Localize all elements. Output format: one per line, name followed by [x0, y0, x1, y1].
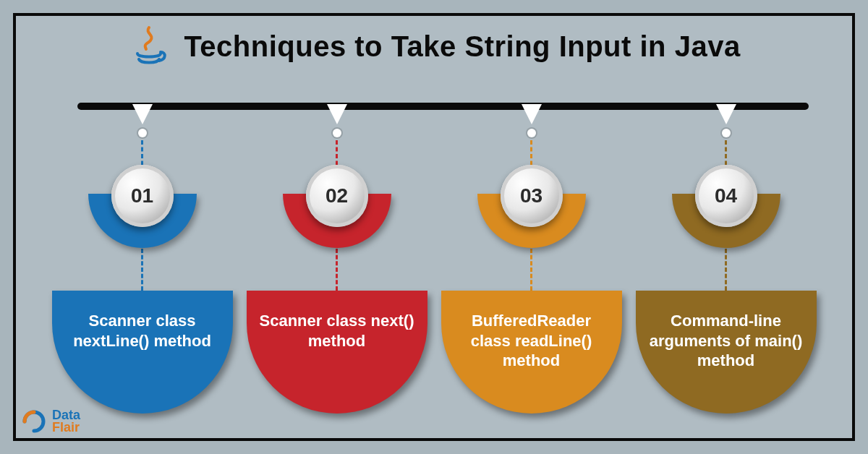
- brand-mark-icon: [20, 408, 48, 435]
- number-disc-icon: 04: [695, 165, 757, 227]
- page-title: Techniques to Take String Input in Java: [184, 30, 740, 63]
- number-disc-icon: 02: [306, 165, 368, 227]
- item-number: 03: [520, 184, 542, 207]
- item-label-shape: BufferedReader class readLine() method: [441, 291, 622, 414]
- connector-dot-icon: [527, 129, 536, 137]
- item-label: Command-line arguments of main() method: [636, 311, 817, 371]
- item-number: 01: [131, 184, 153, 207]
- item-label-shape: Command-line arguments of main() method: [636, 291, 817, 414]
- technique-item-4: 04 Command-line arguments of main() meth…: [636, 103, 817, 428]
- connector-drop-icon: [132, 104, 153, 124]
- number-badge: 03: [477, 172, 586, 250]
- connector-dot-icon: [138, 129, 147, 137]
- number-badge: 04: [672, 172, 780, 250]
- connector-dot-icon: [722, 129, 731, 137]
- columns: 01 Scanner class nextLine() method 02 Sc…: [45, 103, 823, 428]
- brand-logo: Data Flair: [20, 408, 80, 435]
- item-number: 04: [715, 184, 737, 207]
- diagram-frame: Techniques to Take String Input in Java …: [13, 13, 855, 441]
- connector-drop-icon: [522, 104, 542, 124]
- number-badge: 02: [283, 172, 391, 250]
- brand-text: Data Flair: [52, 409, 80, 434]
- connector-line: [725, 249, 727, 291]
- item-number: 02: [326, 184, 348, 207]
- number-badge: 01: [88, 172, 197, 250]
- technique-item-3: 03 BufferedReader class readLine() metho…: [441, 103, 622, 428]
- item-label-shape: Scanner class next() method: [247, 291, 427, 414]
- number-disc-icon: 03: [501, 165, 563, 227]
- technique-item-2: 02 Scanner class next() method: [247, 103, 427, 428]
- connector-drop-icon: [716, 104, 736, 124]
- technique-item-1: 01 Scanner class nextLine() method: [52, 103, 233, 428]
- java-logo-icon: [127, 25, 171, 68]
- item-label: BufferedReader class readLine() method: [441, 311, 622, 371]
- connector-drop-icon: [327, 104, 347, 124]
- header: Techniques to Take String Input in Java: [16, 16, 852, 68]
- number-disc-icon: 01: [111, 165, 174, 227]
- connector-line: [530, 249, 532, 291]
- brand-text-bottom: Flair: [52, 421, 80, 434]
- connector-line: [336, 249, 338, 291]
- item-label: Scanner class nextLine() method: [52, 311, 233, 351]
- connector-dot-icon: [333, 129, 341, 137]
- item-label: Scanner class next() method: [247, 311, 427, 351]
- item-label-shape: Scanner class nextLine() method: [52, 291, 233, 414]
- connector-line: [141, 249, 143, 291]
